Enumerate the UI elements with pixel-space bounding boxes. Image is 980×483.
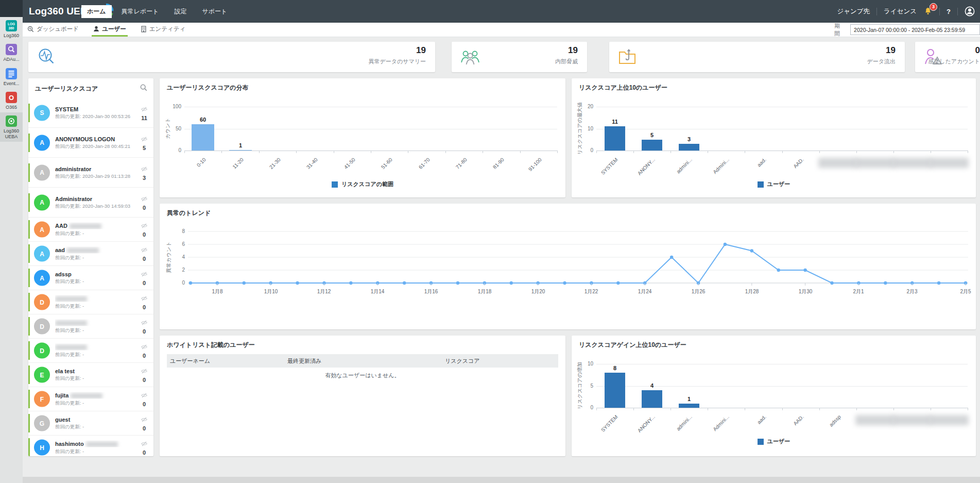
card-insider-threat[interactable]: 19 内部脅威: [452, 42, 587, 72]
user-row[interactable]: Eela test前回の更新: -0: [28, 363, 153, 387]
watch-toggle-icon[interactable]: [141, 136, 148, 142]
sidebar-item-log360[interactable]: LOG 360 Log360: [0, 17, 23, 41]
chart-plot: 0501006010-1011-2021-3031-4041-5051-6061…: [184, 107, 557, 151]
data-point: [243, 281, 246, 285]
period-input[interactable]: [850, 24, 980, 35]
watch-toggle-icon[interactable]: [141, 272, 148, 277]
user-row[interactable]: Gguest前回の更新: -0: [28, 411, 153, 436]
avatar: A: [34, 194, 50, 210]
card-anomaly-summary[interactable]: 19 異常データのサマリー: [28, 42, 435, 72]
x-tick-label: 1月28: [738, 288, 765, 295]
license-link[interactable]: ライセンス: [884, 7, 917, 16]
jump-to-link[interactable]: ジャンプ先: [837, 7, 870, 16]
last-updated: 前回の更新: 2020-Jan-29 01:13:28: [55, 172, 137, 179]
chart-legend[interactable]: リスクスコアの範囲: [160, 180, 565, 188]
data-point: [777, 269, 780, 272]
risk-score: 0: [137, 415, 151, 431]
data-point: [937, 281, 940, 285]
avatar: A: [34, 270, 50, 286]
data-point: [349, 281, 352, 285]
user-row[interactable]: AAdministrator前回の更新: 2020-Jan-30 14:59:0…: [28, 188, 153, 218]
watch-toggle-icon[interactable]: [141, 417, 148, 423]
anomaly-trend-panel: 異常のトレンド024681月81月101月121月141月161月181月201…: [160, 204, 976, 329]
legend-label: ユーザー: [767, 438, 790, 445]
user-row[interactable]: Ffujita前回の更新: -0: [28, 387, 153, 411]
sidebar-item-adaudit[interactable]: ADAu...: [0, 41, 23, 64]
risk-score-value: 0: [137, 401, 151, 407]
top-tab-0[interactable]: ホーム: [81, 5, 112, 18]
period-filter: 期間: [834, 23, 980, 37]
nav-item-dashboard[interactable]: ダッシュボード: [26, 23, 80, 37]
user-row[interactable]: D前回の更新: -0: [28, 314, 153, 339]
watch-toggle-icon[interactable]: [141, 247, 148, 253]
card-compromised-accounts[interactable]: 0 感染したアカウント: [915, 42, 980, 72]
risk-score-value: 5: [137, 144, 151, 151]
chart-title: 異常のトレンド: [167, 209, 211, 218]
watch-toggle-icon[interactable]: [141, 344, 148, 350]
watch-toggle-icon[interactable]: [141, 166, 148, 172]
data-point: [750, 249, 753, 252]
user-info: adssp前回の更新: -: [55, 271, 137, 285]
watch-toggle-icon[interactable]: [141, 223, 148, 229]
chart-legend[interactable]: ユーザー: [572, 438, 976, 445]
user-info: aad前回の更新: -: [55, 247, 137, 261]
user-info: ela test前回の更新: -: [55, 368, 137, 381]
risk-score: 0: [137, 270, 151, 286]
watch-toggle-icon[interactable]: [141, 106, 148, 112]
user-info: fujita前回の更新: -: [55, 392, 137, 406]
x-tick-mark: [893, 408, 894, 410]
o365-icon: O: [6, 92, 17, 103]
watch-toggle-icon[interactable]: [141, 441, 148, 447]
user-row[interactable]: Hhashimoto前回の更新: -0: [28, 436, 153, 456]
sidebar-item-o365[interactable]: O O365: [0, 89, 23, 112]
user-avatar-icon[interactable]: [965, 6, 975, 16]
notifications-button[interactable]: 3: [923, 7, 933, 16]
card-label: 内部脅威: [555, 58, 578, 65]
last-updated: 前回の更新: 2020-Jan-28 00:45:21: [55, 142, 137, 149]
top-tab-1[interactable]: 異常レポート: [116, 5, 165, 18]
watch-toggle-icon[interactable]: [141, 296, 148, 302]
user-name: Administrator: [55, 195, 137, 202]
avatar: H: [34, 440, 50, 456]
gridline: [184, 107, 557, 107]
card-data-exfiltration[interactable]: 19 データ流出: [609, 42, 905, 72]
x-tick-mark: [445, 151, 446, 153]
data-point: [830, 281, 833, 285]
risk-score-value: 0: [137, 377, 151, 383]
bar: [605, 126, 625, 151]
user-row[interactable]: D前回の更新: -0: [28, 290, 153, 314]
bar-value-label: 5: [642, 132, 662, 138]
user-row[interactable]: AANONYMOUS LOGON前回の更新: 2020-Jan-28 00:45…: [28, 128, 153, 158]
user-info: AAD前回の更新: -: [55, 223, 137, 237]
top-tab-3[interactable]: サポート: [196, 5, 233, 18]
risk-level-bar: [28, 104, 30, 122]
user-row[interactable]: SSYSTEM前回の更新: 2020-Jan-30 00:53:2611: [28, 98, 153, 128]
nav-item-users[interactable]: ユーザー: [92, 23, 128, 37]
user-row[interactable]: Aadssp前回の更新: -0: [28, 266, 153, 290]
nav-item-entities[interactable]: エンティティ: [139, 23, 187, 37]
user-icon: [93, 26, 99, 32]
watch-toggle-icon[interactable]: [141, 369, 148, 374]
sidebar-item-log360-ueba[interactable]: Log360 UEBA: [0, 112, 23, 142]
watch-toggle-icon[interactable]: [141, 196, 148, 202]
search-icon[interactable]: [140, 84, 147, 91]
watch-toggle-icon[interactable]: [141, 393, 148, 398]
x-tick-label: 1月18: [471, 288, 498, 295]
user-row[interactable]: Aaad前回の更新: -0: [28, 242, 153, 266]
risk-level-bar: [28, 134, 30, 152]
chart-plot: 0510841SYSTEMANONY...admini...Admini...a…: [596, 364, 968, 408]
user-row[interactable]: AAAD前回の更新: -0: [28, 218, 153, 242]
watch-toggle-icon[interactable]: [141, 320, 148, 326]
user-row[interactable]: D前回の更新: -0: [28, 339, 153, 363]
help-button[interactable]: ?: [947, 8, 951, 15]
top-tab-2[interactable]: 設定: [168, 5, 192, 18]
risk-level-bar: [28, 317, 30, 336]
sidebar-item-eventlog[interactable]: Event...: [0, 65, 23, 89]
log360-ueba-icon: [6, 115, 17, 127]
blurred-text: [55, 296, 87, 302]
user-row[interactable]: Aadministrator前回の更新: 2020-Jan-29 01:13:2…: [28, 158, 153, 188]
chart-legend[interactable]: ユーザー: [572, 180, 976, 188]
chart-plot: 010201153SYSTEMANONY...admini...Admini..…: [596, 107, 968, 151]
card-value: 19: [568, 45, 578, 56]
bar: [192, 124, 214, 151]
